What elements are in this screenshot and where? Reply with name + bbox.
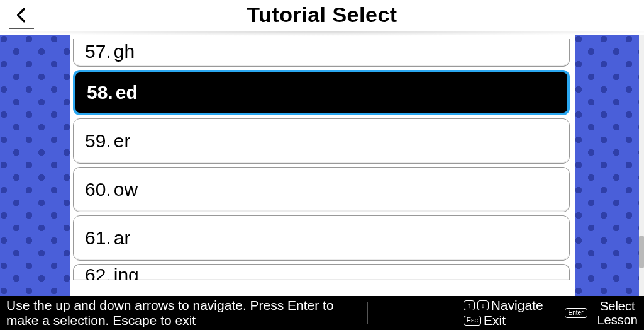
lesson-label: ed	[116, 82, 138, 103]
back-chevron-icon	[13, 7, 30, 23]
esc-keycap-icon: Esc	[464, 316, 481, 326]
content-area: 57. gh58. ed59. er60. ow61. ar62. ing	[0, 35, 644, 296]
header-bar: Tutorial Select	[0, 0, 644, 35]
enter-hint: Enter	[565, 308, 587, 318]
select-lesson-label: Select Lesson	[594, 299, 640, 327]
lesson-item[interactable]: 62. ing	[73, 264, 570, 280]
decorative-pattern-left	[0, 35, 70, 296]
up-arrow-keycap-icon: ↑	[464, 300, 475, 310]
lesson-label: ing	[114, 265, 139, 280]
footer-divider	[367, 302, 368, 324]
lesson-number: 60.	[85, 179, 111, 200]
enter-keycap-icon: Enter	[565, 308, 587, 318]
lesson-list-wrap: 57. gh58. ed59. er60. ow61. ar62. ing	[70, 35, 575, 296]
decorative-pattern-right	[575, 35, 644, 296]
lesson-label: gh	[114, 41, 135, 62]
lesson-label: ow	[114, 179, 138, 200]
exit-label: Exit	[484, 314, 506, 327]
lesson-item[interactable]: 57. gh	[73, 39, 570, 67]
lesson-number: 62.	[85, 265, 111, 280]
lesson-number: 57.	[85, 41, 111, 62]
navigate-exit-hint: ↑ ↓ Navigate Esc Exit	[464, 299, 543, 327]
back-button[interactable]	[9, 4, 34, 29]
lesson-label: ar	[114, 227, 131, 249]
lesson-item[interactable]: 60. ow	[73, 167, 570, 212]
lesson-label: er	[114, 130, 131, 152]
lesson-item[interactable]: 61. ar	[73, 215, 570, 261]
page-title: Tutorial Select	[247, 3, 397, 27]
app-root: Tutorial Select 57. gh58. ed59. er60. ow…	[0, 0, 644, 330]
lesson-number: 58.	[87, 82, 113, 103]
footer-instructions: Use the up and down arrows to navigate. …	[6, 298, 358, 328]
down-arrow-keycap-icon: ↓	[477, 300, 489, 310]
lesson-item[interactable]: 58. ed	[73, 70, 570, 115]
lesson-number: 61.	[85, 227, 111, 249]
scrollbar-track[interactable]	[639, 35, 644, 296]
footer-bar: Use the up and down arrows to navigate. …	[0, 296, 644, 330]
scrollbar-thumb[interactable]	[639, 236, 644, 268]
lesson-number: 59.	[85, 130, 111, 152]
lesson-list[interactable]: 57. gh58. ed59. er60. ow61. ar62. ing	[73, 39, 570, 280]
lesson-item[interactable]: 59. er	[73, 118, 570, 164]
navigate-label: Navigate	[491, 299, 543, 312]
